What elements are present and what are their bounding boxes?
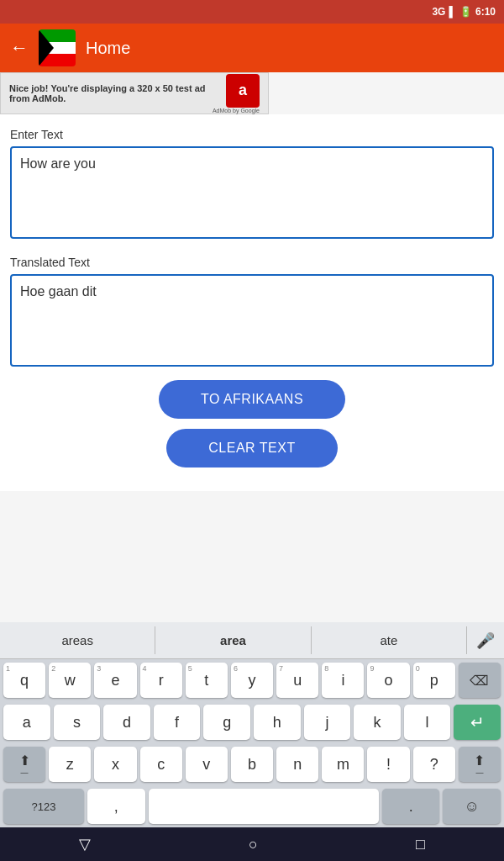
key-c[interactable]: c: [140, 747, 182, 782]
key-b[interactable]: b: [231, 747, 273, 782]
bottom-nav: ▽ ○ □: [0, 827, 504, 861]
enter-key[interactable]: ↵: [454, 705, 501, 740]
suggestions-row: areas area ate 🎤: [0, 622, 504, 659]
status-bar: 3G ▌ 🔋 6:10: [0, 0, 504, 24]
nav-recents[interactable]: □: [416, 836, 425, 853]
key-p[interactable]: 0p: [413, 663, 455, 698]
key-g[interactable]: g: [203, 705, 250, 740]
key-t[interactable]: 5t: [186, 663, 228, 698]
key-a[interactable]: a: [3, 705, 50, 740]
key-period[interactable]: .: [382, 789, 440, 824]
key-k[interactable]: k: [354, 705, 401, 740]
backspace-key[interactable]: ⌫: [459, 663, 501, 698]
key-v[interactable]: v: [186, 747, 228, 782]
key-row-3: ⬆— z x c v b n m ! ? ⬆—: [0, 743, 504, 785]
app-header: ← Home: [0, 24, 504, 72]
symbol-key[interactable]: ?123: [3, 789, 84, 824]
input-textarea[interactable]: How are you: [10, 146, 494, 239]
action-buttons: TO AFRIKAANS CLEAR TEXT: [10, 370, 494, 478]
key-exclaim[interactable]: !: [367, 747, 409, 782]
status-icons: 3G ▌ 🔋 6:10: [432, 6, 496, 18]
signal-bars: ▌: [449, 6, 456, 18]
key-y[interactable]: 6y: [231, 663, 273, 698]
key-w[interactable]: 2w: [49, 663, 91, 698]
time-display: 6:10: [475, 6, 496, 18]
key-j[interactable]: j: [304, 705, 351, 740]
suggestion-areas[interactable]: areas: [0, 626, 155, 654]
admob-attribution: AdMob by Google: [213, 108, 260, 114]
input-label: Enter Text: [10, 128, 494, 141]
admob-logo: a: [226, 74, 260, 108]
key-x[interactable]: x: [94, 747, 136, 782]
key-i[interactable]: 8i: [322, 663, 364, 698]
space-key[interactable]: [149, 789, 379, 824]
app-title: Home: [86, 39, 130, 58]
ad-text: Nice job! You're displaying a 320 x 50 t…: [9, 83, 213, 103]
key-row-2: a s d f g h j k l ↵: [0, 701, 504, 743]
ad-bold-text: Nice job!: [9, 83, 48, 93]
key-r[interactable]: 4r: [140, 663, 182, 698]
key-d[interactable]: d: [103, 705, 150, 740]
key-s[interactable]: s: [54, 705, 101, 740]
key-m[interactable]: m: [322, 747, 364, 782]
key-o[interactable]: 9o: [367, 663, 409, 698]
mic-icon[interactable]: 🎤: [467, 631, 504, 650]
translated-section: Translated Text Hoe gaan dit: [10, 256, 494, 370]
key-f[interactable]: f: [154, 705, 201, 740]
key-h[interactable]: h: [254, 705, 301, 740]
ad-banner[interactable]: Nice job! You're displaying a 320 x 50 t…: [0, 72, 269, 114]
keyboard: areas area ate 🎤 1q 2w 3e 4r 5t 6y 7u 8i…: [0, 622, 504, 827]
shift-right-key[interactable]: ⬆—: [459, 747, 501, 782]
key-comma[interactable]: ,: [87, 789, 145, 824]
suggestion-area[interactable]: area: [155, 626, 311, 654]
key-n[interactable]: n: [276, 747, 318, 782]
translate-button[interactable]: TO AFRIKAANS: [159, 380, 345, 419]
key-z[interactable]: z: [49, 747, 91, 782]
back-button[interactable]: ←: [10, 37, 29, 59]
app-logo: [39, 29, 76, 66]
shift-left-key[interactable]: ⬆—: [3, 747, 45, 782]
main-content: Enter Text How are you Translated Text H…: [0, 114, 504, 491]
input-section: Enter Text How are you: [10, 128, 494, 242]
key-row-1: 1q 2w 3e 4r 5t 6y 7u 8i 9o 0p ⌫: [0, 659, 504, 701]
key-row-4: ?123 , . ☺: [0, 785, 504, 827]
key-l[interactable]: l: [404, 705, 451, 740]
translated-label: Translated Text: [10, 256, 494, 269]
key-e[interactable]: 3e: [94, 663, 136, 698]
key-q[interactable]: 1q: [3, 663, 45, 698]
nav-home[interactable]: ○: [249, 836, 258, 853]
nav-back[interactable]: ▽: [79, 835, 91, 853]
battery-icon: 🔋: [459, 6, 472, 18]
network-signal: 3G: [432, 6, 445, 18]
emoji-key[interactable]: ☺: [443, 789, 501, 824]
translated-textarea[interactable]: Hoe gaan dit: [10, 274, 494, 367]
clear-button[interactable]: CLEAR TEXT: [166, 429, 337, 467]
key-question[interactable]: ?: [413, 747, 455, 782]
suggestion-ate[interactable]: ate: [312, 626, 467, 654]
key-u[interactable]: 7u: [276, 663, 318, 698]
